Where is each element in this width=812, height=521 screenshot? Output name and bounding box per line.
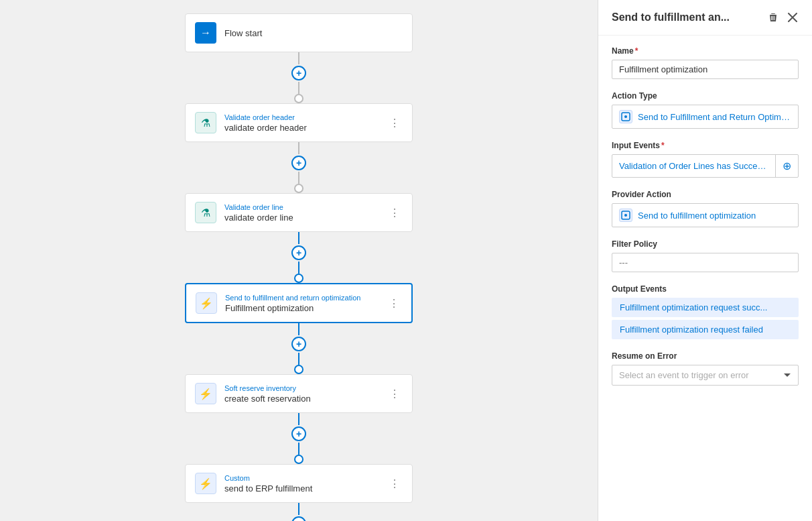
validate-line-menu[interactable]: ⋮ [387,204,403,222]
output-events-label: Output Events [612,284,799,294]
flow-node-validate-line[interactable]: ⚗ Validate order line validate order lin… [185,193,413,232]
send-fulfillment-title: Fulfillment optimization [225,303,386,313]
connector-3: + [291,323,306,374]
name-field-group: Name* [612,46,799,79]
validate-line-icon: ⚗ [195,202,216,223]
validate-header-subtitle: Validate order header [224,113,387,121]
flow-node-send-fulfillment[interactable]: ⚡ Send to fulfillment and return optimiz… [185,283,413,323]
input-events-label: Input Events* [612,141,799,150]
validate-header-menu[interactable]: ⋮ [387,114,403,132]
add-btn-0[interactable]: + [291,66,306,80]
validate-line-subtitle: Validate order line [224,203,387,211]
filter-policy-field-group: Filter Policy [612,239,799,272]
custom-erp-title: send to ERP fulfillment [224,483,387,494]
add-btn-5[interactable]: + [291,516,306,521]
name-input[interactable] [612,60,799,79]
flow-node-validate-header[interactable]: ⚗ Validate order header validate order h… [185,103,413,142]
provider-action-icon [619,209,632,222]
circle-3 [294,365,303,374]
provider-action-value: Send to fulfillment optimization [638,211,756,221]
flow-start-icon: → [195,22,216,44]
send-fulfillment-icon: ⚡ [196,292,217,314]
detail-panel: Send to fulfillment an... Name* Action T… [598,0,812,521]
line-2b [298,262,299,274]
action-type-field-group: Action Type Send to Fulfillment and Retu… [612,91,799,129]
detail-header-icons [766,11,799,24]
flow-canvas: → Flow start + ⚗ Validate order header v… [0,0,598,521]
svg-point-1 [624,115,627,118]
input-events-add-btn[interactable]: ⊕ [775,155,798,177]
action-type-selector[interactable]: Send to Fulfillment and Return Optimiza.… [612,105,799,129]
flow-node-custom-erp[interactable]: ⚡ Custom send to ERP fulfillment ⋮ [185,464,413,503]
circle-2 [294,274,303,283]
input-events-field-group: Input Events* Validation of Order Lines … [612,141,799,178]
resume-on-error-select[interactable]: Select an event to trigger on error Fulf… [612,365,799,386]
svg-point-3 [624,214,627,217]
soft-reserve-subtitle: Soft reserve inventory [224,384,387,392]
soft-reserve-menu[interactable]: ⋮ [387,385,403,403]
line-0 [298,52,299,64]
line-1b [298,172,299,184]
flow-node-soft-reserve[interactable]: ⚡ Soft reserve inventory create soft res… [185,374,413,413]
validate-header-icon: ⚗ [195,112,216,133]
validate-header-title: validate order header [224,123,387,133]
connector-0: + [291,52,306,103]
name-label: Name* [612,46,799,56]
connector-4: + [291,413,306,464]
resume-on-error-field-group: Resume on Error Select an event to trigg… [612,351,799,386]
soft-reserve-icon: ⚡ [195,383,216,404]
line-3 [298,323,299,335]
connector-2: + [291,232,306,283]
send-fulfillment-menu[interactable]: ⋮ [386,294,402,312]
input-events-value: Validation of Order Lines has Succeed... [612,156,775,176]
circle-4 [294,455,303,464]
filter-policy-input[interactable] [612,253,799,272]
connector-1: + [291,142,306,193]
soft-reserve-title: create soft reservation [224,394,387,404]
resume-on-error-label: Resume on Error [612,351,799,361]
flow-wrapper: → Flow start + ⚗ Validate order header v… [182,13,416,521]
flow-node-flow-start[interactable]: → Flow start [185,13,413,52]
add-btn-2[interactable]: + [291,245,306,260]
add-btn-4[interactable]: + [291,426,306,441]
line-0b [298,82,299,94]
action-type-icon [619,110,632,123]
detail-title: Send to fulfillment an... [612,11,766,23]
circle-1 [294,184,303,193]
flow-start-title: Flow start [224,28,403,38]
line-1 [298,142,299,154]
output-events-list: Fulfillment optimization request succ...… [612,298,799,339]
line-3b [298,353,299,365]
output-events-field-group: Output Events Fulfillment optimization r… [612,284,799,339]
line-4b [298,443,299,455]
custom-erp-subtitle: Custom [224,474,387,482]
provider-action-label: Provider Action [612,190,799,199]
custom-erp-menu[interactable]: ⋮ [387,475,403,493]
circle-0 [294,94,303,103]
provider-action-field-group: Provider Action Send to fulfillment opti… [612,190,799,227]
add-btn-1[interactable]: + [291,156,306,170]
input-events-row: Validation of Order Lines has Succeed...… [612,154,799,178]
custom-erp-icon: ⚡ [195,473,216,494]
output-event-0[interactable]: Fulfillment optimization request succ... [612,298,799,317]
detail-header: Send to fulfillment an... [598,0,812,36]
output-event-1[interactable]: Fulfillment optimization request failed [612,320,799,339]
connector-5: + [291,503,306,521]
detail-body: Name* Action Type Send to Fulfillment an… [598,36,812,396]
action-type-value: Send to Fulfillment and Return Optimiza.… [638,112,791,122]
close-button[interactable] [787,11,799,23]
action-type-label: Action Type [612,91,799,101]
line-5 [298,503,299,515]
line-4 [298,413,299,425]
filter-policy-label: Filter Policy [612,239,799,249]
delete-button[interactable] [766,11,780,24]
provider-action-box[interactable]: Send to fulfillment optimization [612,203,799,227]
add-btn-3[interactable]: + [291,337,306,351]
line-2 [298,232,299,244]
validate-line-title: validate order line [224,213,387,223]
send-fulfillment-subtitle: Send to fulfillment and return optimizat… [225,294,386,302]
